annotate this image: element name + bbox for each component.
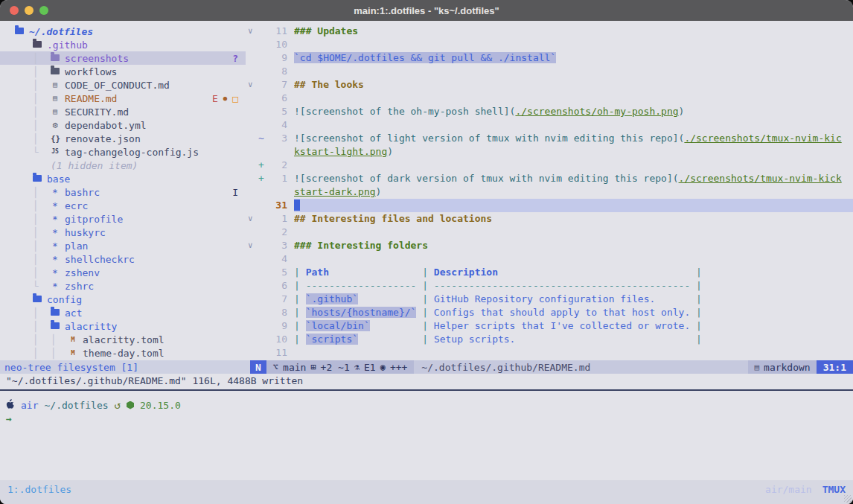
- indent-guide: │: [33, 66, 51, 77]
- shell-pane[interactable]: air ~/.dotfiles ↺ 20.15.0 →: [0, 391, 853, 480]
- editor-line-1[interactable]: 10: [246, 38, 853, 51]
- prompt-cwd: ~/.dotfiles: [44, 400, 108, 411]
- tree-item-code-of-conduct-md[interactable]: │▤CODE_OF_CONDUCT.md: [0, 78, 246, 92]
- tree-item-1-hidden-item[interactable]: (1 hidden item): [0, 159, 246, 172]
- syntax-pipe: |: [690, 320, 702, 331]
- star-file-icon: *: [51, 188, 60, 197]
- syntax-dash: -------------------: [306, 280, 417, 291]
- tree-item-security-md[interactable]: │▤SECURITY.md: [0, 105, 246, 118]
- tree-item-label: README.md: [65, 93, 117, 104]
- record-dot-icon: ◉: [380, 362, 386, 372]
- tree-item-theme-day-toml[interactable]: ││Mtheme-day.toml: [0, 346, 246, 360]
- tree-item-config[interactable]: config: [0, 293, 246, 306]
- line-number: 5: [268, 105, 287, 118]
- indent-guide: │: [51, 348, 68, 359]
- gutter-sign: ~: [258, 132, 268, 145]
- editor-line-5[interactable]: 6: [246, 92, 853, 105]
- editor-line-23[interactable]: 10| `scripts` | Setup scripts. |: [246, 333, 853, 346]
- tree-item-base[interactable]: base: [0, 172, 246, 185]
- editor-line-8[interactable]: ~3![screenshot of light version of tmux …: [246, 132, 853, 145]
- editor-line-0[interactable]: ∨11### Updates: [246, 25, 853, 38]
- line-number: 2: [268, 226, 287, 239]
- tree-item-alacritty[interactable]: │alacritty: [0, 319, 246, 333]
- tree-item-gitprofile[interactable]: │*gitprofile: [0, 212, 246, 226]
- syntax-pipe: |: [294, 334, 306, 345]
- fold-chevron-icon[interactable]: ∨: [246, 212, 258, 226]
- tree-item-ecrc[interactable]: │*ecrc: [0, 199, 246, 212]
- syntax-code: `hosts/{hostname}/`: [306, 307, 417, 318]
- editor-line-17[interactable]: 4: [246, 252, 853, 266]
- tree-item-tag-changelog-config-js[interactable]: └JStag-changelog-config.js: [0, 145, 246, 159]
- syntax-pipe: |: [294, 267, 306, 278]
- tree-item-github[interactable]: .github: [0, 38, 246, 51]
- fold-chevron-icon[interactable]: ∨: [246, 78, 258, 92]
- syntax-lnk: ./screenshots/tmux-nvim-kic: [684, 133, 841, 144]
- line-text: | `scripts` | Setup scripts. |: [294, 333, 853, 346]
- editor-line-24[interactable]: 11: [246, 346, 853, 360]
- neotree-statusline: neo-tree filesystem [1]: [0, 360, 250, 374]
- tree-item-act[interactable]: │act: [0, 306, 246, 319]
- gear-file-icon: ⚙: [51, 121, 60, 130]
- tree-item-zshenv[interactable]: │*zshenv: [0, 266, 246, 279]
- line-text: | Path | Description |: [294, 266, 853, 279]
- tree-item-shellcheckrc[interactable]: │*shellcheckrc: [0, 252, 246, 266]
- fold-chevron-icon[interactable]: ∨: [246, 239, 258, 252]
- editor-line-4[interactable]: ∨7## The looks: [246, 78, 853, 92]
- editor-line-9[interactable]: kstart-light.png): [246, 145, 853, 159]
- tree-item-huskyrc[interactable]: │*huskyrc: [0, 226, 246, 239]
- line-number: 1: [268, 212, 287, 226]
- filetype-segment: ▤ markdown: [748, 360, 816, 374]
- tree-item-dependabot-yml[interactable]: │⚙dependabot.yml: [0, 118, 246, 132]
- tree-item-alacritty-toml[interactable]: ││Malacritty.toml: [0, 333, 246, 346]
- editor-line-20[interactable]: 7| `.github` | GitHub Repository configu…: [246, 293, 853, 306]
- editor-line-16[interactable]: ∨3### Interesting folders: [246, 239, 853, 252]
- line-number: 9: [268, 319, 287, 333]
- editor-line-15[interactable]: 2: [246, 226, 853, 239]
- tree-item-label: screenshots: [65, 53, 129, 64]
- editor-line-10[interactable]: +2: [246, 159, 853, 172]
- tree-item-label: plan: [65, 240, 88, 252]
- tmux-window-name[interactable]: 1:.dotfiles: [7, 484, 71, 495]
- editor-line-13[interactable]: 31: [246, 199, 853, 212]
- indent-guide: │: [33, 348, 51, 359]
- tree-item-screenshots[interactable]: │screenshots?: [0, 51, 246, 65]
- tree-item-plan[interactable]: │*plan: [0, 239, 246, 252]
- editor-line-6[interactable]: 5![screenshot of the oh-my-posh shell](.…: [246, 105, 853, 118]
- editor-line-11[interactable]: +1![screenshot of dark version of tmux w…: [246, 172, 853, 185]
- editor-line-19[interactable]: 6| ------------------- | ---------------…: [246, 279, 853, 293]
- syntax-pipe: |: [690, 267, 702, 278]
- node-version: 20.15.0: [140, 400, 181, 411]
- tree-item-dotfiles[interactable]: ~/.dotfiles: [0, 25, 246, 38]
- editor-line-18[interactable]: 5| Path | Description |: [246, 266, 853, 279]
- syntax-pipe: |: [690, 334, 702, 345]
- tree-item-zshrc[interactable]: └*zshrc: [0, 279, 246, 293]
- editor-line-2[interactable]: 9`cd $HOME/.dotfiles && git pull && ./in…: [246, 51, 853, 65]
- star-file-icon: *: [51, 268, 60, 278]
- editor-line-12[interactable]: start-dark.png): [246, 185, 853, 199]
- editor-line-7[interactable]: 4: [246, 118, 853, 132]
- indent-guide: │: [33, 187, 51, 198]
- editor-line-14[interactable]: ∨1## Interesting files and locations: [246, 212, 853, 226]
- indent-guide: │: [33, 200, 51, 211]
- syntax-h3: ### Interesting folders: [294, 240, 428, 251]
- line-text: [294, 226, 853, 239]
- resize-grip[interactable]: [844, 495, 852, 503]
- syntax-desc: Helper scripts that I've collected or wr…: [434, 320, 690, 331]
- tree-item-renovate-json[interactable]: │{}renovate.json: [0, 132, 246, 145]
- indent-guide: └: [33, 281, 51, 292]
- folder-icon: [51, 68, 60, 74]
- tree-item-readme-md[interactable]: │▤README.mdE●□: [0, 92, 246, 105]
- tree-item-label: config: [47, 294, 82, 305]
- syntax-lnk: ./screenshots/tmux-nvim-kick: [679, 173, 842, 184]
- toml-file-icon: M: [68, 350, 77, 357]
- tree-item-bashrc[interactable]: │*bashrcI: [0, 185, 246, 199]
- gutter-sign: +: [258, 172, 268, 185]
- fold-chevron-icon[interactable]: ∨: [246, 25, 258, 38]
- editor-line-21[interactable]: 8| `hosts/{hostname}/` | Configs that sh…: [246, 306, 853, 319]
- syntax-pipe: |: [416, 307, 433, 318]
- editor-line-22[interactable]: 9| `local/bin` | Helper scripts that I'v…: [246, 319, 853, 333]
- tree-item-workflows[interactable]: │workflows: [0, 65, 246, 78]
- tree-item-label: zshrc: [65, 281, 94, 292]
- prompt-arrow: →: [6, 413, 853, 427]
- editor-line-3[interactable]: 8: [246, 65, 853, 78]
